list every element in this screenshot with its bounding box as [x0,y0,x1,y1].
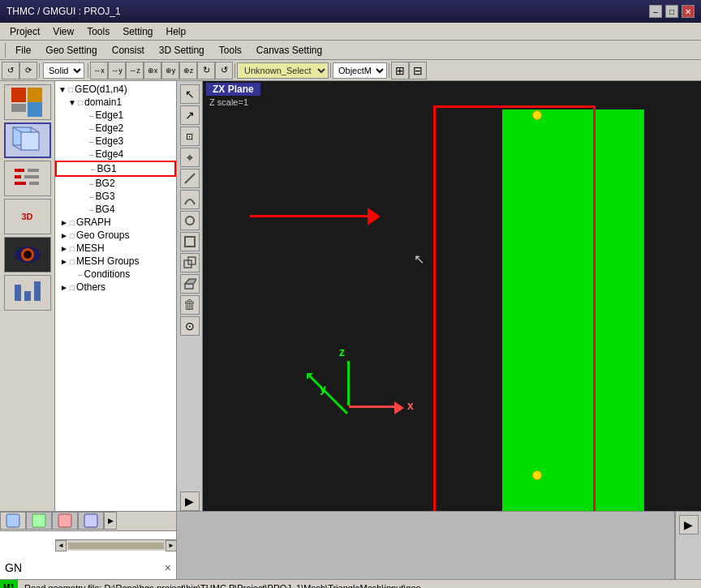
rtbtn-box[interactable] [180,232,200,251]
tree-geo-groups[interactable]: ► □ Geo Groups [55,229,176,242]
left-icon-3d-view[interactable]: 3D [4,199,51,234]
toolbar-grid1[interactable]: ⊞ [391,62,409,79]
submenu-3d-setting[interactable]: 3D Setting [153,43,211,58]
domain1-toggle[interactable]: ▼ [67,98,78,107]
rtbtn-lasso[interactable]: ⌖ [180,148,200,167]
arrow-head [368,208,381,225]
toolbar-rotate-cw[interactable]: ↻ [197,62,215,79]
main-area: 3D ▼ □ GEO(d1,n4) ▼ □ domain1 – Edge1 [0,81,701,511]
svg-rect-5 [21,132,39,150]
axis-y-label: y [320,382,326,395]
rtbtn-rect-select[interactable]: ⊡ [180,127,200,146]
lb-tab-4[interactable] [78,512,104,530]
bg1-label: BG1 [97,163,117,174]
menu-setting[interactable]: Setting [116,24,159,39]
menu-project[interactable]: Project [3,24,46,39]
tree-edge3[interactable]: – Edge3 [55,135,176,148]
rtbtn-line[interactable] [180,169,200,188]
scrollbar-right-btn[interactable]: ► [166,540,177,552]
statusbar-message: Read geometry file: D:\Repo\hgc-project\… [24,583,421,589]
svg-rect-9 [15,169,24,172]
toolbar-btn3[interactable]: ↔z [126,62,144,79]
maximize-button[interactable]: □ [665,5,678,18]
svg-rect-26 [185,284,193,289]
left-bottom-content: GN × [0,531,176,579]
submenu-tools[interactable]: Tools [213,43,248,58]
menu-tools[interactable]: Tools [80,24,116,39]
solid-dropdown[interactable]: Solid [43,62,84,79]
lb-tab-3[interactable] [52,512,78,530]
toolbar-btn1[interactable]: ↔x [90,62,108,79]
tree-bg2[interactable]: – BG2 [55,177,176,190]
tree-edge1[interactable]: – Edge1 [55,109,176,122]
close-button[interactable]: ✕ [682,5,695,18]
bg3-label: BG3 [96,191,115,202]
toolbar-btn2[interactable]: ↔y [108,62,126,79]
lb-tab-2[interactable] [26,512,52,530]
tree-bg3[interactable]: – BG3 [55,190,176,203]
yellow-dot-bottom [532,470,542,480]
rtbtn-unknown[interactable]: ⊙ [180,316,200,336]
svg-rect-1 [28,88,42,102]
left-icon-eye[interactable] [4,237,51,273]
left-icon-chart[interactable] [4,275,51,311]
canvas-area[interactable]: ZX Plane Z scale=1 ↖ z y x [203,81,701,511]
left-icon-3d[interactable] [4,122,51,158]
minimize-button[interactable]: – [649,5,662,18]
submenu-geo-setting[interactable]: Geo Setting [39,43,103,58]
toolbar-btn6[interactable]: ⊕z [179,62,197,79]
green-shape [502,109,644,511]
toolbar-rotate-ccw[interactable]: ↺ [215,62,233,79]
svg-rect-20 [34,281,41,301]
tree-bg4[interactable]: – BG4 [55,203,176,216]
rtbtn-select[interactable]: ↖ [180,84,200,104]
mesh-label: MESH [76,242,105,254]
objectm-dropdown[interactable]: ObjectM [333,62,387,79]
tree-conditions[interactable]: – Conditions [55,268,176,281]
submenu-canvas-setting[interactable]: Canvas Setting [250,43,329,58]
lb-tab-arrow[interactable]: ▶ [104,512,117,530]
tree-mesh[interactable]: ► □ MESH [55,242,176,255]
scrollbar-left-btn[interactable]: ◄ [55,540,67,552]
rtbtn-bottom-arrow[interactable]: ▶ [679,515,699,534]
submenu-consist[interactable]: Consist [105,43,151,58]
tree-edge4[interactable]: – Edge4 [55,148,176,161]
tree-panel: ▼ □ GEO(d1,n4) ▼ □ domain1 – Edge1 – Edg… [55,81,177,511]
menu-help[interactable]: Help [160,24,193,39]
tree-mesh-groups[interactable]: ► □ MESH Groups [55,255,176,268]
rtbtn-extrude[interactable] [180,274,200,294]
bg4-label: BG4 [96,204,115,215]
submenu-file[interactable]: File [9,43,37,58]
left-icon-map[interactable] [4,84,51,120]
rtbtn-circle[interactable] [180,211,200,230]
rtbtn-delete[interactable]: 🗑 [180,295,200,315]
tree-domain1[interactable]: ▼ □ domain1 [55,96,176,109]
toolbar-btn4[interactable]: ⊕x [144,62,161,79]
tree-others[interactable]: ► □ Others [55,281,176,294]
menu-view[interactable]: View [46,24,80,39]
rtbtn-arrow[interactable]: ▶ [180,491,200,511]
geo-toggle[interactable]: ▼ [57,85,68,94]
lb-tab-1[interactable] [0,512,26,530]
geo-root-label: GEO(d1,n4) [75,84,127,95]
tree-scrollbar[interactable]: ◄ ► [55,539,177,551]
rtbtn-pointer[interactable]: ↗ [180,105,200,125]
domain1-label: domain1 [84,97,122,108]
tree-graph[interactable]: ► □ GRAPH [55,216,176,229]
left-icon-settings[interactable] [4,161,51,196]
left-bottom-tabs: ▶ [0,512,176,531]
toolbar-refresh[interactable]: ↺ [2,62,19,79]
tree-geo-root[interactable]: ▼ □ GEO(d1,n4) [55,83,176,96]
unknown-select-dropdown[interactable]: Unknown_Select [237,62,329,79]
toolbar-cursor[interactable]: ⟳ [19,62,37,79]
tree-bg1[interactable]: – BG1 [55,161,176,177]
toolbar-btn5[interactable]: ⊕y [161,62,179,79]
toolbar-grid2[interactable]: ⊟ [409,62,427,79]
rtbtn-curve[interactable] [180,190,200,209]
svg-line-7 [31,127,39,132]
right-tools-panel: ↖ ↗ ⊡ ⌖ 🗑 ⊙ ▶ [177,81,203,511]
rtbtn-3dbox[interactable] [180,253,200,273]
titlebar: THMC / GMGUI : PROJ_1 – □ ✕ [0,0,701,23]
lb-close-btn[interactable]: × [165,561,171,574]
tree-edge2[interactable]: – Edge2 [55,122,176,135]
